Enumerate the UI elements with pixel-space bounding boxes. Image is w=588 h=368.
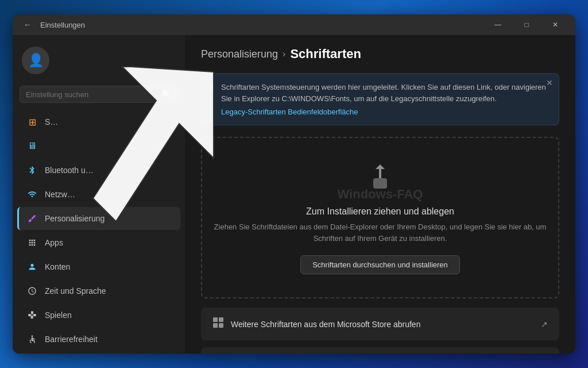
maximize-button[interactable]: □ <box>513 16 540 34</box>
sidebar-item-system[interactable]: 🖥 <box>17 135 180 158</box>
search-box[interactable]: 🔍 <box>20 86 178 103</box>
related-settings-card[interactable]: Verwandte Einstellungen ∨ <box>201 347 559 354</box>
bluetooth-icon <box>26 164 38 176</box>
page-header: Personalisierung › Schriftarten <box>201 47 559 62</box>
drag-title: Zum Installieren ziehen und ablegen <box>214 206 547 217</box>
sidebar-label-gaming: Spielen <box>45 310 72 320</box>
accessibility-icon <box>26 334 38 345</box>
sidebar-label-network: Netzw… <box>45 190 75 199</box>
page-title: Schriftarten <box>290 47 361 62</box>
store-card[interactable]: Weitere Schriftarten aus dem Microsoft S… <box>201 308 559 340</box>
home-icon: ⊞ <box>26 116 38 128</box>
titlebar: ← Einstellungen — □ ✕ <box>13 14 575 35</box>
sidebar-item-accessibility[interactable]: Barrierefreiheit <box>17 328 180 351</box>
info-content: Schriftarten Systemsteuerung werden hier… <box>221 82 550 117</box>
sidebar-label-accounts: Konten <box>45 262 70 271</box>
search-icon: 🔍 <box>162 90 172 99</box>
search-input[interactable] <box>26 90 162 99</box>
info-close-button[interactable]: ✕ <box>546 78 553 87</box>
sidebar-item-home[interactable]: ⊞ S… <box>17 110 180 133</box>
drag-drop-area[interactable]: Zum Installieren ziehen und ablegen Zieh… <box>201 137 559 298</box>
sidebar-label-home: S… <box>45 117 58 126</box>
svg-rect-4 <box>213 317 218 322</box>
system-icon: 🖥 <box>26 140 38 152</box>
sidebar: 👤 🔍 ⊞ S… 🖥 <box>13 35 185 354</box>
svg-rect-5 <box>219 317 223 322</box>
sidebar-label-time: Zeit und Sprache <box>45 286 106 296</box>
svg-rect-3 <box>373 178 387 189</box>
window-controls: — □ ✕ <box>485 16 568 34</box>
main-content: Windows-FAQ Personalisierung › Schriftar… <box>185 35 575 354</box>
info-banner: ℹ Schriftarten Systemsteuerung werden hi… <box>201 73 559 125</box>
sidebar-item-accounts[interactable]: Konten <box>17 255 180 278</box>
window-content: 👤 🔍 ⊞ S… 🖥 <box>13 35 575 354</box>
info-text: Schriftarten Systemsteuerung werden hier… <box>221 82 550 104</box>
install-button[interactable]: Schriftarten durchsuchen und installiere… <box>300 255 460 274</box>
sidebar-item-gaming[interactable]: Spielen <box>17 304 180 327</box>
network-icon <box>26 189 38 200</box>
store-icon <box>212 317 224 331</box>
svg-point-2 <box>32 335 33 337</box>
drag-cursor-icon <box>214 161 547 200</box>
sidebar-label-bluetooth: Bluetooth u… <box>45 166 94 175</box>
breadcrumb-parent: Personalisierung <box>201 48 278 60</box>
sidebar-item-bluetooth[interactable]: Bluetooth u… <box>17 159 180 182</box>
minimize-button[interactable]: — <box>485 16 511 34</box>
sidebar-item-network[interactable]: Netzw… <box>17 183 180 206</box>
breadcrumb-arrow: › <box>283 49 285 59</box>
svg-rect-7 <box>219 323 223 328</box>
sidebar-label-apps: Apps <box>45 238 63 247</box>
settings-window: ← Einstellungen — □ ✕ 👤 <box>13 14 575 354</box>
apps-icon <box>26 237 38 248</box>
avatar: 👤 <box>22 47 49 74</box>
window-title: Einstellungen <box>40 21 485 29</box>
gaming-icon <box>26 309 38 321</box>
sidebar-label-accessibility: Barrierefreiheit <box>45 335 98 344</box>
drag-subtitle: Ziehen Sie Schriftdateien aus dem Datei-… <box>214 221 547 244</box>
svg-rect-6 <box>213 323 218 328</box>
accounts-icon <box>26 261 38 273</box>
personalization-icon <box>26 213 38 224</box>
store-label: Weitere Schriftarten aus dem Microsoft S… <box>231 320 534 329</box>
sidebar-item-apps[interactable]: Apps <box>17 231 180 254</box>
sidebar-item-time[interactable]: Zeit und Sprache <box>17 279 180 302</box>
external-link-icon: ↗ <box>541 320 548 329</box>
close-button[interactable]: ✕ <box>542 16 568 34</box>
back-button[interactable]: ← <box>20 17 36 33</box>
sidebar-label-personalization: Personalisierung <box>45 214 105 223</box>
info-link[interactable]: Legacy-Schriftarten Bedienfeldoberfläche <box>221 108 358 116</box>
sidebar-item-personalization[interactable]: Personalisierung <box>17 207 180 230</box>
info-icon: ℹ <box>211 82 214 93</box>
user-area: 👤 <box>13 42 185 86</box>
time-icon <box>26 285 38 297</box>
